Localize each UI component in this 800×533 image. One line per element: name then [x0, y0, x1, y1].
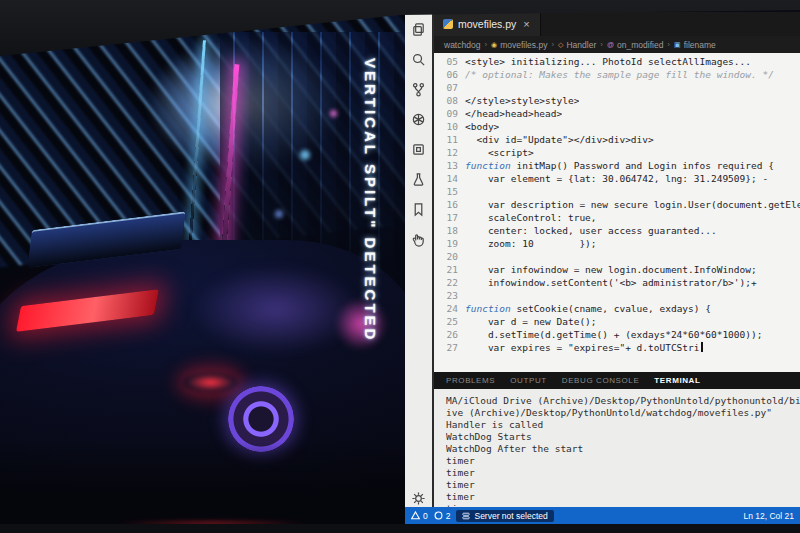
python-file-icon: [443, 19, 453, 29]
breadcrumb-item[interactable]: ▣filename: [674, 40, 716, 50]
code-line[interactable]: 05<style> initializing... PhotoId select…: [434, 55, 800, 68]
line-number: 24: [434, 302, 465, 315]
code-text: zoom: 10 });: [465, 237, 597, 250]
code-line[interactable]: 11 <div id="Update"></div>div>div>: [434, 133, 800, 146]
explorer-icon[interactable]: [410, 21, 427, 38]
cursor-position-indicator[interactable]: Ln 12, Col 21: [743, 511, 794, 521]
line-number: 08: [434, 94, 465, 107]
editor-cursor: [701, 342, 703, 352]
code-line[interactable]: 12 <script>: [434, 146, 800, 159]
code-line[interactable]: 13function initMap() Password and Login …: [434, 159, 800, 172]
panel-tab-problems[interactable]: PROBLEMS: [446, 376, 495, 385]
bokeh-light: [330, 110, 337, 117]
breadcrumb-separator: ›: [484, 40, 487, 49]
code-line[interactable]: 07: [434, 81, 800, 94]
code-line[interactable]: 26 d.setTime(d.getTime() + (exdays*24*60…: [434, 328, 800, 341]
line-number: 26: [434, 328, 465, 341]
terminal-line: timer: [446, 479, 800, 491]
terminal-line: timer: [446, 455, 800, 467]
terminal-line: WatchDog Starts: [446, 431, 800, 443]
code-line[interactable]: 21 var infowindow = new login.document.I…: [434, 263, 800, 276]
panel-tab-debug-console[interactable]: DEBUG CONSOLE: [562, 376, 640, 385]
code-text: var element = {lat: 30.064742, lng: 31.2…: [465, 172, 768, 185]
code-line[interactable]: 24function setCookie(cname, cvalue, exda…: [434, 302, 800, 315]
terminal-line: WatchDog After the start: [446, 443, 800, 455]
code-text: infowindow.setContent('<b> administrator…: [465, 276, 757, 289]
code-line[interactable]: 10<body>: [434, 120, 800, 133]
bokeh-light: [275, 210, 283, 218]
panel-tab-terminal[interactable]: TERMINAL: [654, 376, 700, 385]
code-line[interactable]: 19 zoom: 10 });: [434, 237, 800, 250]
code-text: <script>: [465, 146, 534, 159]
code-line[interactable]: 16 var description = new secure login.Us…: [434, 198, 800, 211]
line-number: 09: [434, 107, 465, 120]
code-text: /* optional: Makes the sample page fill …: [465, 68, 774, 81]
line-number: 14: [434, 172, 465, 185]
code-text: <div id="Update"></div>div>div>: [465, 133, 654, 146]
line-number: 17: [434, 211, 465, 224]
code-text: var d = new Date();: [465, 315, 597, 328]
terminal-panel[interactable]: MA/iCloud Drive (Archive)/Desktop/Python…: [434, 389, 800, 524]
code-line[interactable]: 08</style>style>style>: [434, 94, 800, 107]
code-line[interactable]: 23: [434, 289, 800, 302]
search-icon[interactable]: [410, 51, 427, 68]
server-status-label: Server not selected: [474, 511, 547, 521]
terminal-line: Handler is called: [446, 419, 800, 431]
breadcrumb-separator: ›: [667, 40, 670, 49]
close-icon[interactable]: ×: [521, 18, 531, 31]
hand-pointer-icon[interactable]: [410, 231, 427, 248]
code-line[interactable]: 22 infowindow.setContent('<b> administra…: [434, 276, 800, 289]
breadcrumb-item[interactable]: @on_modified: [607, 40, 663, 50]
bookmark-icon[interactable]: [410, 201, 427, 218]
terminal-line: timer: [446, 467, 800, 479]
run-debug-icon[interactable]: [410, 111, 427, 128]
code-editor[interactable]: 05<style> initializing... PhotoId select…: [434, 53, 800, 372]
code-line[interactable]: 14 var element = {lat: 30.064742, lng: 3…: [434, 172, 800, 185]
code-text: var expires = "expires="+ d.toUTCStri: [465, 341, 703, 354]
breadcrumb-item[interactable]: ◉movefiles.py: [491, 40, 547, 50]
code-line[interactable]: 20: [434, 250, 800, 263]
code-text: center: locked, user access guaranted...: [465, 224, 717, 237]
code-text: function setCookie(cname, cvalue, exdays…: [465, 302, 711, 315]
breadcrumb-separator: ›: [551, 40, 554, 49]
code-line[interactable]: 25 var d = new Date();: [434, 315, 800, 328]
line-number: 27: [434, 341, 465, 354]
server-status-badge[interactable]: Server not selected: [456, 510, 553, 522]
warning-triangle-icon: [411, 511, 420, 520]
terminal-lines: MA/iCloud Drive (Archive)/Desktop/Python…: [446, 395, 800, 524]
warnings-indicator[interactable]: 0: [411, 511, 428, 521]
panel-tab-output[interactable]: OUTPUT: [510, 376, 547, 385]
error-count: 2: [446, 511, 451, 521]
code-line[interactable]: 27 var expires = "expires="+ d.toUTCStri: [434, 341, 800, 354]
tab-bar: movefiles.py ×: [434, 12, 800, 36]
line-number: 10: [434, 120, 465, 133]
breadcrumb: watchdog›◉movefiles.py›◇Handler›@on_modi…: [434, 36, 800, 53]
line-number: 22: [434, 276, 465, 289]
monitor-bezel-bottom: [0, 524, 800, 533]
terminal-line: MA/iCloud Drive (Archive)/Desktop/Python…: [446, 395, 800, 407]
line-number: 07: [434, 81, 465, 94]
editor-lines: 05<style> initializing... PhotoId select…: [434, 55, 800, 354]
error-circle-icon: [434, 511, 443, 520]
line-number: 13: [434, 159, 465, 172]
code-line[interactable]: 06/* optional: Makes the sample page fil…: [434, 68, 800, 81]
code-line[interactable]: 09</head>head>head>: [434, 107, 800, 120]
breadcrumb-item[interactable]: watchdog: [444, 40, 480, 50]
source-control-icon[interactable]: [410, 81, 427, 98]
code-text: var infowindow = new login.document.Info…: [465, 263, 757, 276]
extensions-icon[interactable]: [410, 141, 427, 158]
code-line[interactable]: 15: [434, 185, 800, 198]
code-text: <style> initializing... PhotoId selectAl…: [465, 55, 751, 68]
symbol-variable-icon: ▣: [674, 41, 681, 48]
code-text: <body>: [465, 120, 499, 133]
errors-indicator[interactable]: 2: [434, 511, 451, 521]
code-line[interactable]: 18 center: locked, user access guaranted…: [434, 224, 800, 237]
settings-gear-icon[interactable]: [410, 490, 427, 507]
breadcrumb-item[interactable]: ◇Handler: [558, 40, 596, 50]
tab-movefiles-py[interactable]: movefiles.py ×: [434, 12, 541, 36]
code-line[interactable]: 17 scaleControl: true,: [434, 211, 800, 224]
line-number: 18: [434, 224, 465, 237]
breadcrumb-separator: ›: [600, 40, 603, 49]
line-number: 19: [434, 237, 465, 250]
test-flask-icon[interactable]: [410, 171, 427, 188]
